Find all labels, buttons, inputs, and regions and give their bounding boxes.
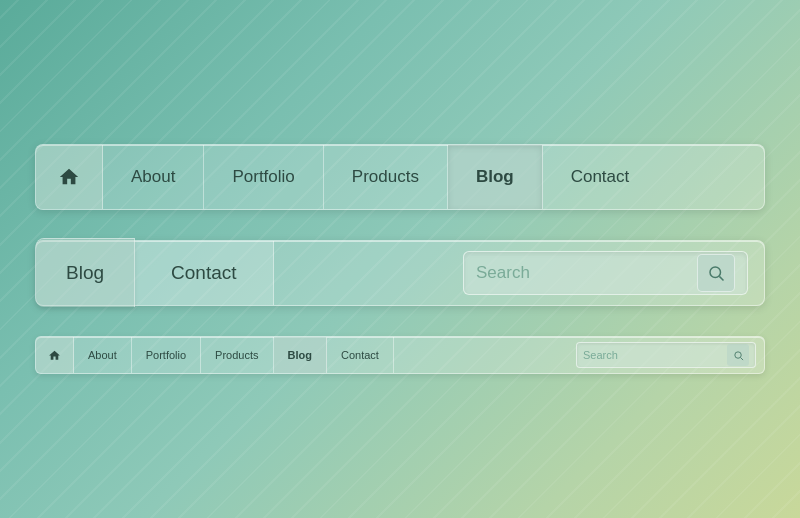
nav-item-blog-medium[interactable]: Blog: [36, 239, 135, 307]
search-box-small: [576, 342, 756, 368]
nav-item-contact-small[interactable]: Contact: [327, 337, 394, 373]
nav-item-home-large[interactable]: [36, 145, 103, 209]
svg-point-0: [710, 267, 721, 278]
svg-point-2: [734, 351, 740, 357]
svg-line-1: [719, 276, 723, 280]
navbar-small: About Portfolio Products Blog Contact: [35, 336, 765, 374]
search-area-medium: [274, 241, 764, 305]
nav-item-about-large[interactable]: About: [103, 145, 204, 209]
search-button-small[interactable]: [727, 344, 749, 366]
svg-line-3: [740, 357, 743, 360]
navbar-large: About Portfolio Products Blog Contact: [35, 144, 765, 210]
search-input-medium[interactable]: [476, 263, 691, 283]
search-box-medium: [463, 251, 748, 295]
search-button-medium[interactable]: [697, 254, 735, 292]
nav-item-contact-large[interactable]: Contact: [543, 145, 658, 209]
nav-item-home-small[interactable]: [36, 337, 74, 373]
search-icon-small: [733, 350, 744, 361]
search-icon-medium: [707, 264, 725, 282]
nav-item-blog-small[interactable]: Blog: [274, 337, 327, 373]
page-content: About Portfolio Products Blog Contact Bl…: [0, 0, 800, 518]
nav-item-products-large[interactable]: Products: [324, 145, 448, 209]
nav-item-contact-medium[interactable]: Contact: [135, 241, 273, 305]
nav-item-portfolio-large[interactable]: Portfolio: [204, 145, 323, 209]
nav-item-portfolio-small[interactable]: Portfolio: [132, 337, 201, 373]
home-icon-small: [48, 349, 61, 362]
nav-item-about-small[interactable]: About: [74, 337, 132, 373]
nav-items-left-medium: Blog Contact: [36, 241, 274, 305]
navbar-medium: Blog Contact: [35, 240, 765, 306]
home-icon-large: [58, 166, 80, 188]
search-area-small: [394, 342, 764, 368]
search-input-small[interactable]: [583, 349, 724, 361]
nav-item-products-small[interactable]: Products: [201, 337, 273, 373]
nav-item-blog-large[interactable]: Blog: [448, 145, 543, 209]
